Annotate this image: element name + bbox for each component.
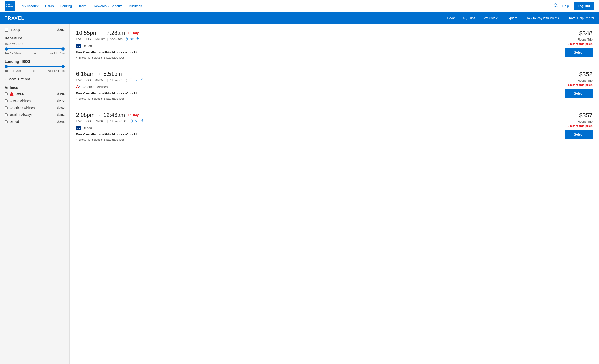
airline-delta-checkbox[interactable] [5,92,8,95]
flight-3-free-cancel: Free Cancellation within 24 hours of boo… [76,133,144,136]
nav-cards[interactable]: Cards [45,4,53,8]
svg-marker-11 [131,120,132,122]
svg-point-4 [132,40,132,40]
airlines-title: Airlines [5,86,65,90]
travel-nav-explore[interactable]: Explore [506,16,517,20]
top-navigation: AMERICANEXPRESS My Account Cards Banking… [0,0,599,12]
flight-1-price: $348 [579,30,592,37]
video-icon-1 [124,37,128,41]
departure-subtitle: Take off - LAX [5,42,65,46]
flight-1-info: 10:55pm → 7:28am + 1 Day LAX - BOS | 5h … [76,30,140,59]
flight-1-route: LAX - BOS [76,37,91,41]
show-flight-details-button-3[interactable]: › Show flight details & baggage fees [76,138,124,142]
travel-nav-my-profile[interactable]: My Profile [484,16,498,20]
flight-3-price: $357 [579,112,592,119]
nav-business[interactable]: Business [129,4,142,8]
flight-2-duration: 8h 35m [95,78,105,82]
travel-nav-my-trips[interactable]: My Trips [463,16,475,20]
airline-alaska-row: Alaska Airlines $672 [5,99,65,103]
select-button-2[interactable]: Select [565,89,592,98]
airlines-section: Airlines DELTA $448 Alaska Airlines $672… [5,86,65,124]
airline-delta-price: $448 [57,92,65,96]
search-icon-button[interactable] [554,3,558,9]
nav-my-account[interactable]: My Account [22,4,38,8]
chevron-right-icon: › [5,77,6,81]
airline-alaska-price: $672 [57,99,65,103]
nav-help[interactable]: Help [562,4,569,8]
departure-slider-right-thumb[interactable] [62,47,65,51]
chevron-right-icon-details-1: › [76,56,77,59]
select-button-3[interactable]: Select [565,130,592,139]
united-logo-icon-1 [76,44,81,48]
flight-1-stops: Non-Stop [110,37,123,41]
flight-2-details: LAX - BOS | 8h 35m | 1 Stop (PHL) [76,78,144,82]
travel-navigation: TRAVEL Book My Trips My Profile Explore … [0,12,599,24]
arrow-icon-1: → [100,31,104,36]
flight-2-info: 6:16am → 5:51pm LAX - BOS | 8h 35m | 1 S… [76,71,144,100]
travel-nav-book[interactable]: Book [447,16,455,20]
show-durations-button[interactable]: › Show Durations [5,77,30,81]
main-layout: 1 Stop $352 Departure Take off - LAX Tue… [0,24,599,364]
flight-2-airline-row: American Airlines [76,85,144,89]
show-flight-details-button-1[interactable]: › Show flight details & baggage fees [76,56,124,59]
airline-delta-row: DELTA $448 [5,92,65,96]
landing-slider-left-thumb[interactable] [5,65,8,68]
show-details-label-1: Show flight details & baggage fees [78,56,124,59]
landing-slider-right-thumb[interactable] [62,65,65,68]
svg-point-0 [554,4,557,7]
wifi-icon-2 [135,78,138,82]
stop-filter-checkbox[interactable] [5,28,8,32]
landing-title: Landing - BOS [5,60,65,64]
airline-united-checkbox[interactable] [5,120,8,123]
power-icon-1 [136,37,139,41]
flight-1-duration: 5h 33m [95,37,105,41]
flight-card-1: 10:55pm → 7:28am + 1 Day LAX - BOS | 5h … [70,24,599,65]
nav-travel[interactable]: Travel [78,4,87,8]
select-button-1[interactable]: Select [565,47,592,57]
flight-3-airline-name: United [82,126,92,130]
airline-american-checkbox[interactable] [5,107,8,109]
flight-1-price-type: Round Trip [578,38,592,41]
nav-rewards[interactable]: Rewards & Benefits [94,4,122,8]
power-icon-3 [141,119,144,123]
svg-marker-3 [126,38,127,39]
logout-button[interactable]: Log Out [573,2,594,10]
departure-title: Departure [5,36,65,40]
airline-alaska-checkbox[interactable] [5,99,8,102]
flight-card-3: 2:08pm → 12:46am + 1 Day LAX - BOS | 7h … [70,106,599,147]
airline-jetblue-checkbox[interactable] [5,113,8,116]
nav-banking[interactable]: Banking [60,4,72,8]
airline-jetblue-row: JetBlue Airways $383 [5,113,65,117]
travel-nav-how-to-pay[interactable]: How to Pay with Points [526,16,559,20]
flight-2-route: LAX - BOS [76,78,91,82]
travel-nav-help-center[interactable]: Travel Help Center [567,16,594,20]
landing-time-to: Wed 12:11pm [47,69,65,72]
departure-slider-left-thumb[interactable] [5,47,8,51]
airline-american-name: American Airlines [9,106,56,110]
flight-1-next-day: + 1 Day [127,31,139,35]
airline-delta-name: DELTA [16,92,56,96]
video-icon-2 [129,78,133,82]
flight-2-arrive-time: 5:51pm [103,71,122,77]
landing-to-label: to [33,69,35,72]
chevron-right-icon-details-2: › [76,97,77,100]
departure-time-to: Tue 11:57pm [48,52,65,55]
durations-section: › Show Durations [5,77,65,81]
wifi-icon-1 [130,37,134,41]
flight-2-price-type: Round Trip [578,79,592,82]
airline-jetblue-name: JetBlue Airways [9,113,56,117]
show-flight-details-button-2[interactable]: › Show flight details & baggage fees [76,97,124,100]
flight-3-duration: 7h 38m [95,119,105,123]
united-logo-icon-3 [76,126,81,130]
flight-2-seats-left: 4 left at this price [568,83,592,87]
top-nav-right: Help Log Out [554,2,594,10]
flight-3-seats-left: 9 left at this price [568,124,592,128]
landing-slider: Tue 10:10am to Wed 12:11pm [5,66,65,72]
flight-3-stops: 1 Stop (SFO) [110,119,128,123]
flight-2-times: 6:16am → 5:51pm [76,71,144,77]
power-icon-2 [140,78,144,82]
flight-3-times: 2:08pm → 12:46am + 1 Day [76,112,144,118]
airline-united-price: $348 [57,120,65,124]
flight-2-airline-name: American Airlines [82,85,107,89]
flight-3-route: LAX - BOS [76,119,91,123]
